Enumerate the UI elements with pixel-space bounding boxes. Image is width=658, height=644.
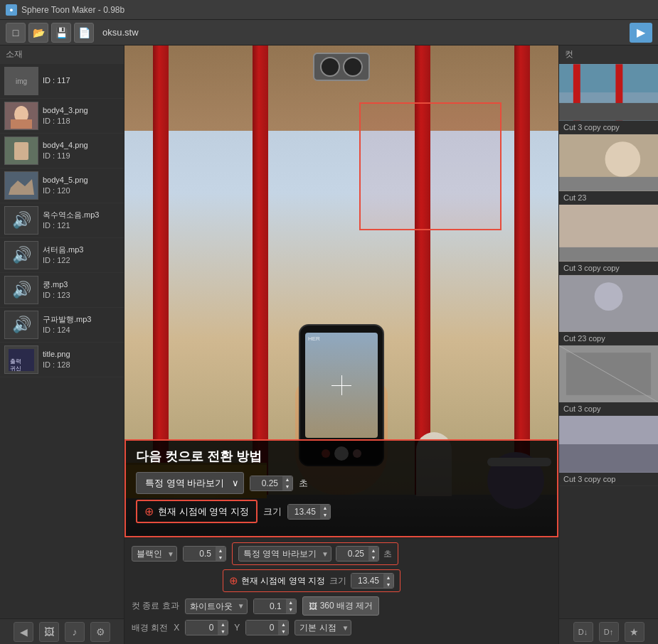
- transition-bottom-down[interactable]: ▼: [368, 554, 378, 561]
- overlay-transition-row: 특정 영역 바라보기 ∨ ▲ ▼ 초: [136, 472, 547, 494]
- transition-up-arrow[interactable]: ▲: [282, 476, 292, 483]
- view-select[interactable]: 기본 시점: [294, 620, 351, 635]
- cut-label: Cut 23 copy: [559, 332, 658, 345]
- rotation-x-input[interactable]: [186, 621, 218, 635]
- svg-rect-13: [559, 177, 658, 191]
- cut-item[interactable]: Cut 23 copy: [559, 275, 658, 345]
- region-section: ⊕ 현재 시점에 영역 지정 크기 ▲ ▼: [223, 569, 400, 592]
- list-item[interactable]: 🔊 옥수역소음.mp3 ID : 121: [0, 203, 124, 238]
- svg-rect-23: [559, 444, 658, 473]
- rotation-y-input[interactable]: [246, 621, 278, 635]
- list-item[interactable]: 🔊 셔터음.mp3 ID : 122: [0, 238, 124, 273]
- list-item[interactable]: img ID : 117: [0, 64, 124, 99]
- chevron-down-icon: ∨: [232, 478, 239, 488]
- cut-item[interactable]: Cut 3 copy cop: [559, 416, 658, 486]
- asset-thumbnail: 🔊: [4, 241, 38, 269]
- rotation-x-up[interactable]: ▲: [218, 621, 228, 628]
- size-bottom-up[interactable]: ▲: [383, 574, 393, 581]
- right-panel: 컷 Cut 3 copy copy Cut 23 Cut: [558, 45, 658, 644]
- cut-thumbnail: [559, 64, 658, 121]
- nav-icon-2[interactable]: ♪: [65, 622, 85, 642]
- size-label: 크기: [263, 505, 282, 518]
- rotation-x-down[interactable]: ▼: [218, 628, 228, 635]
- list-item[interactable]: 🔊 쿵.mp3 ID : 123: [0, 273, 124, 308]
- rotation-y-spinner: ▲ ▼: [245, 620, 289, 635]
- bottom-row-1: 블랙인 ▼ ▲ ▼ 특정 영역 바라보기 ▼: [132, 542, 551, 565]
- prev-button[interactable]: ◀: [14, 622, 33, 642]
- cut-thumbnail: [559, 205, 658, 262]
- view-select-wrapper: 기본 시점 ▼: [294, 620, 351, 635]
- asset-thumbnail: [4, 171, 38, 200]
- transition-bottom-spinner: ▲ ▼: [336, 546, 379, 562]
- set-region-bottom-button[interactable]: ⊕ 현재 시점에 영역 지정: [229, 574, 325, 587]
- size-label-bottom: 크기: [329, 575, 346, 587]
- fadeout-down[interactable]: ▼: [286, 606, 296, 613]
- cut-move-down-button[interactable]: D↓: [573, 622, 593, 642]
- asset-list: img ID : 117 body4_3.png ID : 118: [0, 64, 124, 618]
- list-item[interactable]: body4_4.png ID : 119: [0, 134, 124, 168]
- asset-info: 셔터음.mp3 ID : 122: [43, 245, 83, 267]
- transition-select-wrapper: 특정 영역 바라보기 ▼: [238, 546, 331, 562]
- left-sidebar: 소재 img ID : 117 body4_3.png ID : 118: [0, 45, 124, 644]
- svg-rect-15: [559, 205, 658, 247]
- titlebar: ● Sphere Toon Maker - 0.98b: [0, 0, 658, 20]
- cut-label: Cut 3 copy: [559, 402, 658, 415]
- rotation-y-up[interactable]: ▲: [278, 621, 288, 628]
- fadeout-input[interactable]: [254, 599, 286, 613]
- region-btn-label: 현재 시점에 영역 지정: [241, 575, 325, 587]
- asset-info: body4_3.png ID : 118: [43, 105, 88, 127]
- new-button[interactable]: □: [6, 23, 26, 43]
- remove-360-button[interactable]: 🖼 360 배경 제거: [302, 596, 380, 616]
- rotation-y-down[interactable]: ▼: [278, 628, 288, 635]
- set-region-button[interactable]: ⊕ 현재 시점에 영역 지정: [136, 500, 258, 523]
- transition-type-select[interactable]: 특정 영역 바라보기: [141, 475, 229, 491]
- open-button[interactable]: 📂: [28, 23, 48, 43]
- cut-star-button[interactable]: ★: [625, 622, 644, 642]
- size-value-input[interactable]: [288, 505, 320, 519]
- list-item[interactable]: body4_5.png ID : 120: [0, 168, 124, 203]
- transition-value-input[interactable]: [250, 476, 282, 490]
- blackin-down-arrow[interactable]: ▼: [216, 554, 225, 561]
- cut-item[interactable]: Cut 3 copy copy: [559, 205, 658, 275]
- cut-label: Cut 3 copy copy: [559, 121, 658, 134]
- cut-item[interactable]: Cut 3 copy copy: [559, 64, 658, 134]
- list-item[interactable]: body4_3.png ID : 118: [0, 99, 124, 134]
- nav-icon-3[interactable]: ⚙: [90, 622, 110, 642]
- play-button[interactable]: ▶: [630, 23, 652, 43]
- list-item[interactable]: 🔊 구파발행.mp3 ID : 124: [0, 308, 124, 343]
- cut-item[interactable]: Cut 3 copy: [559, 345, 658, 416]
- list-item[interactable]: 출력귀신 title.png ID : 128: [0, 343, 124, 377]
- transition-bottom-up[interactable]: ▲: [368, 547, 378, 554]
- saveas-button[interactable]: 📄: [74, 23, 94, 43]
- size-up-arrow[interactable]: ▲: [320, 505, 330, 512]
- transition-bottom-input[interactable]: [336, 547, 368, 561]
- asset-thumbnail: [4, 136, 38, 165]
- fadeout-select[interactable]: 화이트아웃: [185, 599, 248, 614]
- bottom-row-2: ⊕ 현재 시점에 영역 지정 크기 ▲ ▼: [132, 569, 551, 592]
- blackin-up-arrow[interactable]: ▲: [216, 547, 225, 554]
- svg-rect-2: [14, 142, 28, 160]
- blackin-value-input[interactable]: [184, 547, 216, 561]
- save-button[interactable]: 💾: [51, 23, 71, 43]
- cut-thumbnail: [559, 134, 658, 191]
- size-down-arrow[interactable]: ▼: [320, 512, 330, 519]
- remove-360-label: 360 배경 제거: [320, 600, 373, 612]
- transition-select[interactable]: 특정 영역 바라보기: [238, 546, 331, 562]
- bottom-panel: 블랙인 ▼ ▲ ▼ 특정 영역 바라보기 ▼: [124, 537, 558, 644]
- fadeout-up[interactable]: ▲: [286, 599, 296, 606]
- cut-item[interactable]: Cut 23: [559, 134, 658, 205]
- blackin-select[interactable]: 블랙인: [132, 546, 177, 562]
- size-bottom-down[interactable]: ▼: [383, 581, 393, 588]
- asset-info: 옥수역소음.mp3 ID : 121: [43, 210, 99, 232]
- cut-end-label: 컷 종료 효과: [132, 600, 179, 612]
- size-bottom-input[interactable]: [351, 574, 383, 588]
- sidebar-header: 소재: [0, 45, 124, 64]
- nav-icon-1[interactable]: 🖼: [39, 622, 59, 642]
- transition-down-arrow[interactable]: ▼: [282, 483, 292, 490]
- asset-info: body4_4.png ID : 119: [43, 140, 88, 162]
- transition-section: 특정 영역 바라보기 ▼ ▲ ▼ 초: [232, 542, 398, 565]
- overlay-dialog: 다음 컷으로 전환 방법 특정 영역 바라보기 ∨ ▲ ▼: [124, 439, 558, 537]
- right-panel-bottom: D↓ D↑ ★: [559, 618, 658, 644]
- cut-move-up-button[interactable]: D↑: [599, 622, 619, 642]
- cut-label: Cut 3 copy copy: [559, 262, 658, 274]
